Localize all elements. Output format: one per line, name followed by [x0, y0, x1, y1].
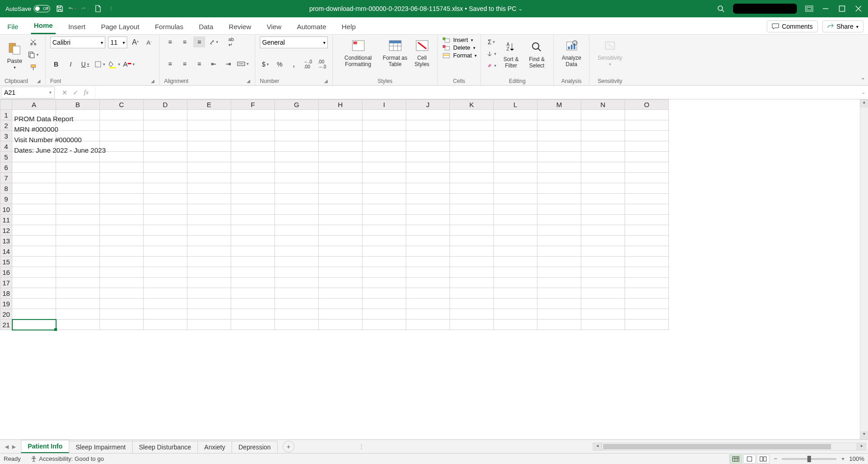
- cell[interactable]: [450, 215, 494, 225]
- cell[interactable]: [362, 183, 406, 194]
- column-header[interactable]: M: [537, 100, 581, 110]
- analyze-data-button[interactable]: Analyze Data: [558, 36, 584, 68]
- cell[interactable]: [275, 183, 319, 194]
- cell[interactable]: [56, 236, 100, 246]
- cell[interactable]: [625, 173, 669, 183]
- save-icon[interactable]: [56, 5, 64, 13]
- decrease-indent-icon[interactable]: ⇤: [208, 58, 220, 69]
- cell[interactable]: [406, 120, 450, 131]
- cell[interactable]: [362, 152, 406, 162]
- select-all-corner[interactable]: [0, 100, 12, 110]
- cell[interactable]: [187, 120, 231, 131]
- cell[interactable]: [12, 246, 56, 257]
- cell[interactable]: [12, 204, 56, 215]
- cell[interactable]: [231, 246, 275, 257]
- cell[interactable]: [406, 309, 450, 320]
- cell[interactable]: [275, 309, 319, 320]
- cell[interactable]: [144, 320, 187, 330]
- cell[interactable]: [581, 288, 625, 299]
- cell[interactable]: [100, 152, 144, 162]
- column-header[interactable]: B: [56, 100, 100, 110]
- bold-icon[interactable]: B: [50, 59, 62, 70]
- cell[interactable]: [144, 204, 187, 215]
- cell[interactable]: [537, 194, 581, 204]
- merge-icon[interactable]: [237, 58, 249, 69]
- undo-icon[interactable]: [68, 5, 77, 13]
- zoom-slider[interactable]: [782, 458, 837, 460]
- dialog-launcher-icon[interactable]: ◢: [324, 78, 328, 83]
- cell[interactable]: [406, 215, 450, 225]
- cell[interactable]: [12, 162, 56, 173]
- row-header[interactable]: 9: [0, 194, 12, 204]
- sheet-tab[interactable]: Patient Info: [21, 440, 69, 453]
- cell[interactable]: [362, 320, 406, 330]
- cell[interactable]: [581, 278, 625, 288]
- cell[interactable]: [319, 120, 362, 131]
- cell[interactable]: [406, 131, 450, 141]
- cell[interactable]: [494, 173, 537, 183]
- cell[interactable]: [537, 204, 581, 215]
- cell[interactable]: [494, 225, 537, 236]
- cell[interactable]: [100, 257, 144, 267]
- cell[interactable]: [362, 215, 406, 225]
- align-right-icon[interactable]: ≡: [193, 58, 205, 69]
- fill-color-icon[interactable]: [108, 59, 120, 70]
- cell[interactable]: [537, 236, 581, 246]
- cell[interactable]: [56, 278, 100, 288]
- cell[interactable]: [537, 225, 581, 236]
- cell[interactable]: [100, 120, 144, 131]
- cell[interactable]: [625, 309, 669, 320]
- sheet-tab[interactable]: Depression: [232, 441, 278, 453]
- cell[interactable]: [275, 110, 319, 120]
- autosum-icon[interactable]: Σ: [486, 36, 497, 47]
- cell[interactable]: [406, 183, 450, 194]
- copy-icon[interactable]: [27, 49, 39, 60]
- cell[interactable]: [100, 162, 144, 173]
- cell[interactable]: [537, 152, 581, 162]
- cell[interactable]: [537, 320, 581, 330]
- zoom-out-icon[interactable]: −: [774, 455, 778, 462]
- cell[interactable]: [275, 194, 319, 204]
- cell[interactable]: [319, 278, 362, 288]
- cell[interactable]: [56, 257, 100, 267]
- cell[interactable]: [12, 278, 56, 288]
- cell[interactable]: [100, 204, 144, 215]
- cell[interactable]: [625, 183, 669, 194]
- align-middle-icon[interactable]: ≡: [179, 36, 191, 47]
- cell[interactable]: [450, 173, 494, 183]
- cell[interactable]: [362, 309, 406, 320]
- cell[interactable]: [144, 225, 187, 236]
- ribbon-tab-page-layout[interactable]: Page Layout: [98, 19, 142, 34]
- cell[interactable]: [275, 152, 319, 162]
- cell[interactable]: [581, 320, 625, 330]
- cell[interactable]: [12, 183, 56, 194]
- cell[interactable]: [231, 120, 275, 131]
- row-header[interactable]: 2: [0, 120, 12, 131]
- cell[interactable]: [12, 215, 56, 225]
- column-header[interactable]: F: [231, 100, 275, 110]
- cell[interactable]: [625, 162, 669, 173]
- cell[interactable]: [144, 162, 187, 173]
- format-cells-button[interactable]: Format▾: [442, 52, 476, 59]
- cell[interactable]: [144, 288, 187, 299]
- cell[interactable]: [625, 299, 669, 309]
- currency-icon[interactable]: $: [260, 59, 271, 70]
- cell[interactable]: [319, 246, 362, 257]
- cell[interactable]: [319, 320, 362, 330]
- align-bottom-icon[interactable]: ≡: [193, 36, 205, 47]
- cell[interactable]: [494, 257, 537, 267]
- cell[interactable]: [494, 309, 537, 320]
- cell[interactable]: [494, 278, 537, 288]
- cell[interactable]: [231, 110, 275, 120]
- cell[interactable]: [450, 236, 494, 246]
- cell[interactable]: [275, 215, 319, 225]
- cell[interactable]: [362, 236, 406, 246]
- column-header[interactable]: E: [187, 100, 231, 110]
- ribbon-tab-formulas[interactable]: Formulas: [152, 19, 186, 34]
- new-file-icon[interactable]: [94, 5, 102, 13]
- cell[interactable]: [12, 194, 56, 204]
- name-box[interactable]: A21▾: [1, 87, 55, 98]
- cell[interactable]: [450, 288, 494, 299]
- ribbon-tab-help[interactable]: Help: [339, 19, 358, 34]
- column-header[interactable]: G: [275, 100, 319, 110]
